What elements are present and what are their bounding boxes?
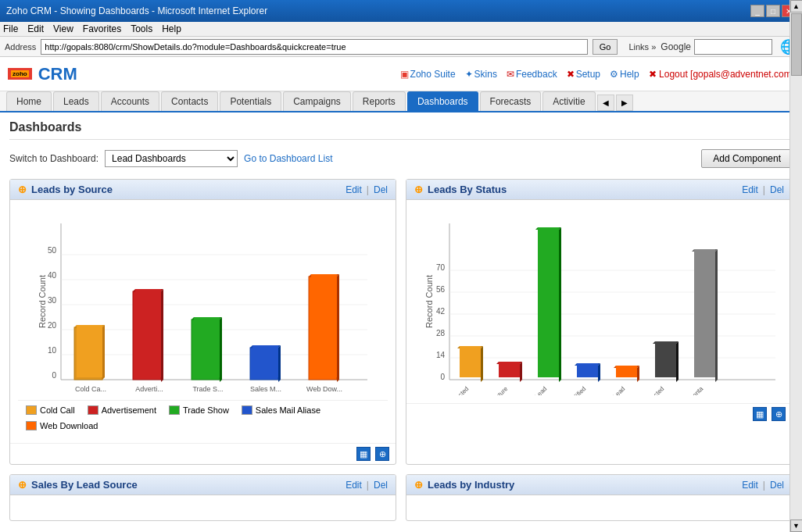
svg-text:56: 56	[435, 285, 445, 294]
tab-forecasts[interactable]: Forecasts	[480, 91, 542, 111]
svg-text:0: 0	[440, 373, 445, 381]
switch-label: Switch to Dashboard:	[9, 153, 98, 164]
svg-marker-56	[481, 346, 483, 382]
menu-tools[interactable]: Tools	[131, 23, 152, 34]
leads-by-status-header: ⊕ Leads By Status Edit | Del	[406, 180, 792, 200]
svg-text:42: 42	[435, 307, 445, 316]
svg-text:Trade S...: Trade S...	[192, 385, 223, 393]
svg-rect-63	[538, 227, 559, 377]
menu-favorites[interactable]: Favorites	[83, 23, 121, 34]
svg-text:Attempted to Conta: Attempted to Conta	[661, 385, 704, 395]
menu-help[interactable]: Help	[162, 23, 181, 34]
maximize-button[interactable]: □	[766, 5, 780, 17]
tab-activities[interactable]: Activitie	[542, 91, 595, 111]
toolbar-left: Switch to Dashboard: Lead Dashboards Go …	[9, 150, 332, 167]
dashboard-selector[interactable]: Lead Dashboards	[105, 150, 238, 167]
svg-text:Cold Ca...: Cold Ca...	[74, 385, 106, 393]
scroll-track	[790, 12, 803, 520]
sales-by-lead-source-title: ⊕ Sales By Lead Source	[18, 479, 138, 491]
links-area: Links »	[628, 42, 656, 52]
window-scrollbar[interactable]: ▲ ▼	[789, 0, 802, 529]
tab-leads[interactable]: Leads	[53, 91, 99, 111]
svg-rect-66	[577, 363, 598, 377]
scroll-thumb[interactable]	[791, 13, 802, 76]
chart-title-icon2: ⊕	[414, 184, 423, 195]
svg-marker-33	[337, 274, 339, 382]
svg-rect-69	[616, 366, 637, 377]
setup-link[interactable]: ✖ Setup	[567, 69, 600, 80]
tab-accounts[interactable]: Accounts	[101, 91, 159, 111]
svg-rect-75	[694, 249, 715, 377]
logout-link[interactable]: ✖ Logout [gopals@adventnet.com]	[649, 69, 794, 80]
svg-text:Adverti...: Adverti...	[135, 385, 163, 393]
edit-leads-by-industry[interactable]: Edit	[742, 480, 758, 491]
help-icon: ⚙	[610, 69, 618, 80]
menu-file[interactable]: File	[3, 23, 18, 34]
svg-marker-65	[598, 363, 600, 382]
zoom-icon-2[interactable]: ⊕	[772, 407, 786, 421]
leads-by-industry-title: ⊕ Leads by Industry	[414, 479, 514, 491]
tab-potentials[interactable]: Potentials	[220, 91, 281, 111]
top-links: ▣ Zoho Suite ✦ Skins ✉ Feedback ✖ Setup …	[400, 69, 794, 80]
edit-sales-by-lead[interactable]: Edit	[346, 480, 362, 491]
del-leads-by-industry[interactable]: Del	[770, 480, 784, 491]
help-link[interactable]: ⚙ Help	[610, 69, 639, 80]
leads-by-source-chart: Record Count 0 10 20 30 40 50	[18, 208, 388, 395]
google-label: Google	[661, 41, 691, 52]
edit-leads-by-source[interactable]: Edit	[346, 184, 362, 195]
nav-prev-arrow[interactable]: ◀	[597, 95, 614, 111]
scroll-down-button[interactable]: ▼	[790, 520, 803, 529]
svg-text:50: 50	[47, 246, 56, 255]
google-search: Google	[661, 39, 772, 55]
del-leads-by-status[interactable]: Del	[770, 184, 784, 195]
svg-rect-57	[460, 346, 481, 377]
go-button[interactable]: Go	[593, 39, 618, 55]
skins-link[interactable]: ✦ Skins	[465, 69, 497, 80]
setup-icon: ✖	[567, 69, 575, 80]
leads-by-industry-header: ⊕ Leads by Industry Edit | Del	[406, 475, 792, 495]
address-bar: Address Go Links » Google 🌐	[0, 37, 802, 57]
chart-actions-4: Edit | Del	[742, 480, 784, 491]
del-leads-by-source[interactable]: Del	[374, 184, 388, 195]
tab-contacts[interactable]: Contacts	[161, 91, 218, 111]
add-component-button[interactable]: Add Component	[701, 149, 793, 168]
scroll-up-button[interactable]: ▲	[790, 0, 803, 12]
address-input[interactable]	[41, 39, 587, 55]
leads-by-status-title: ⊕ Leads By Status	[414, 184, 507, 195]
del-sales-by-lead[interactable]: Del	[374, 480, 388, 491]
edit-leads-by-status[interactable]: Edit	[742, 184, 758, 195]
nav-next-arrow[interactable]: ▶	[616, 95, 633, 111]
svg-text:Pre Qualified: Pre Qualified	[557, 385, 587, 395]
table-view-icon-2[interactable]: ▦	[753, 407, 767, 421]
svg-rect-30	[252, 345, 278, 377]
sales-by-lead-source-panel: ⊕ Sales By Lead Source Edit | Del	[9, 474, 396, 521]
svg-text:40: 40	[47, 271, 56, 280]
feedback-link[interactable]: ✉ Feedback	[507, 69, 557, 80]
zoho-suite-link[interactable]: ▣ Zoho Suite	[400, 69, 456, 80]
app-toolbar: zoho CRM ▣ Zoho Suite ✦ Skins ✉ Feedback…	[0, 57, 802, 91]
svg-rect-26	[194, 317, 220, 377]
menu-view[interactable]: View	[53, 23, 73, 34]
tab-reports[interactable]: Reports	[353, 91, 406, 111]
tab-dashboards[interactable]: Dashboards	[407, 91, 478, 111]
menu-edit[interactable]: Edit	[27, 23, 44, 34]
tab-campaigns[interactable]: Campaigns	[283, 91, 351, 111]
zoom-icon[interactable]: ⊕	[375, 447, 389, 461]
svg-marker-71	[676, 341, 678, 382]
table-view-icon[interactable]: ▦	[356, 447, 371, 461]
leads-by-industry-panel: ⊕ Leads by Industry Edit | Del	[406, 474, 793, 521]
svg-text:20: 20	[47, 321, 56, 330]
leads-by-source-header: ⊕ Leads by Source Edit | Del	[10, 180, 396, 200]
tab-home[interactable]: Home	[6, 91, 52, 111]
svg-text:10: 10	[47, 346, 56, 355]
svg-marker-62	[559, 227, 561, 382]
svg-marker-17	[102, 325, 105, 380]
svg-text:Junk Lead: Junk Lead	[522, 385, 547, 395]
leads-by-status-footer: ▦ ⊕	[406, 403, 792, 424]
leads-by-status-panel: ⊕ Leads By Status Edit | Del Record Coun…	[406, 179, 793, 465]
goto-dashboard-link[interactable]: Go to Dashboard List	[244, 153, 332, 164]
minimize-button[interactable]: _	[750, 5, 764, 17]
svg-text:Lost Lead: Lost Lead	[602, 385, 626, 395]
google-input[interactable]	[694, 39, 772, 55]
address-label: Address	[5, 42, 36, 52]
